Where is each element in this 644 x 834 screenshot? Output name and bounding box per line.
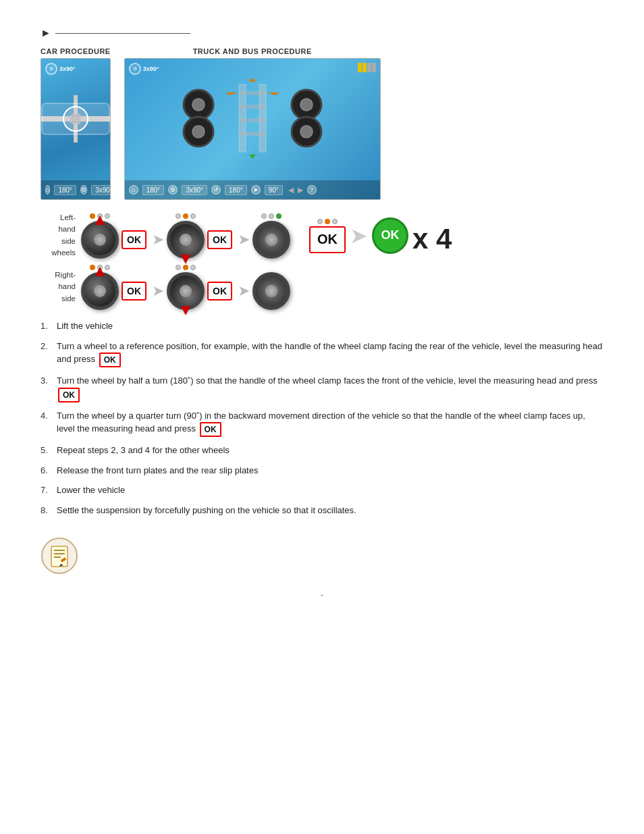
ok-badge-2: OK (207, 230, 232, 249)
instruction-item-1: 1. Lift the vehicle (41, 319, 603, 333)
car-procedure-label: CAR PROCEDURE (41, 47, 111, 55)
rhs-step-arrow-2: ➤ (238, 282, 250, 300)
truck-toolbar-180b-btn[interactable]: 180° (225, 185, 247, 195)
toolbar-home-icon[interactable]: ⌂ (45, 185, 50, 194)
svg-marker-29 (249, 78, 256, 82)
dot-empty-8 (332, 219, 338, 224)
lhs-wheel-1 (81, 221, 119, 259)
truck-toolbar-goto-icon[interactable]: ➤ (251, 185, 261, 194)
dot-green-1 (276, 213, 281, 219)
lhs-wheel-img-3 (252, 221, 290, 259)
li-text-6: Release the front turn plates and the re… (57, 464, 603, 477)
dot-orange-3 (325, 219, 330, 224)
instruction-item-3: 3. Turn the wheel by half a turn (180˚) … (41, 374, 603, 402)
note-icon (41, 537, 78, 575)
lhs-step1 (81, 213, 119, 259)
svg-point-22 (192, 99, 205, 111)
car-screen-indicator: ⚙ 3x90° (45, 63, 76, 75)
svg-point-28 (300, 126, 313, 138)
rhs-wheel-hub-1 (94, 285, 106, 297)
section-divider (55, 33, 190, 34)
truck-toolbar-home-icon[interactable]: ⌂ (129, 185, 138, 194)
li-num-3: 3. (41, 374, 57, 388)
lhs-wheel-2 (167, 221, 205, 259)
arrow-marker: ► (41, 27, 51, 39)
truck-procedure-block: TRUCK AND BUS PROCEDURE ⚙ 3x90° (124, 47, 381, 200)
svg-marker-30 (249, 155, 256, 159)
li-text-4: Turn the wheel by a quarter turn (90˚) i… (57, 409, 603, 438)
li-num-4: 4. (41, 409, 57, 423)
truck-toolbar-3x90-btn[interactable]: 3x90° (182, 185, 207, 195)
rhs-wheel-hub-2 (180, 285, 192, 297)
truck-axle-svg (165, 78, 340, 159)
li-num-1: 1. (41, 319, 57, 333)
dot-orange-1 (90, 213, 95, 219)
instruction-item-8: 8. Settle the suspension by forcefully p… (41, 504, 603, 517)
dot-empty-2 (105, 213, 110, 219)
svg-rect-18 (239, 132, 266, 136)
wheel-hub-1 (94, 234, 106, 246)
rhs-dot-orange-2 (183, 265, 188, 270)
step-arrow-2: ➤ (238, 231, 250, 249)
lhs-step3 (252, 213, 290, 259)
svg-marker-20 (267, 90, 279, 95)
svg-rect-32 (51, 546, 68, 567)
instruction-item-4: 4. Turn the wheel by a quarter turn (90˚… (41, 409, 603, 438)
rhs-ok-badge-1: OK (122, 282, 146, 301)
rhs-wheel-hub-3 (265, 285, 277, 297)
truck-toolbar-reset-icon[interactable]: ↺ (211, 185, 221, 194)
svg-point-26 (300, 99, 313, 111)
ok-badge-1: OK (122, 230, 146, 249)
truck-toolbar-180-btn[interactable]: 180° (142, 185, 165, 195)
truck-toolbar-90-btn[interactable]: 90° (265, 185, 283, 195)
lhs-extra-step: OK (309, 218, 346, 253)
rhs-step2 (167, 264, 205, 310)
instruction-item-7: 7. Lower the vehicle (41, 484, 603, 497)
inline-ok-step4: OK (200, 422, 221, 437)
toolbar-3x90-icon[interactable]: ⚙ (80, 185, 87, 194)
rhs-step3 (252, 264, 290, 310)
rhs-wheel-1 (81, 272, 119, 310)
toolbar-3x90-btn[interactable]: 3x90° (91, 185, 111, 195)
lhs-step3-dots (261, 213, 281, 219)
rhs-dot-empty-3 (176, 265, 181, 270)
lhs-final-area: OK x 4 (372, 216, 452, 255)
truck-toolbar-3x90-icon[interactable]: ⚙ (168, 185, 178, 194)
truck-ind-circle: ⚙ (129, 63, 141, 75)
lhs-extra-dots (317, 218, 338, 225)
rhs-step2-dots (176, 264, 196, 271)
car-screen-toolbar: ⌂ 180° ⚙ 3x90° ↺ 180° ➤ 90° ◀ ▶ ? (41, 180, 110, 199)
truck-ind-text: 3x90° (143, 66, 159, 72)
rhs-label: Right-handside (41, 269, 81, 305)
dot-empty-3 (176, 213, 181, 219)
li-text-7: Lower the vehicle (57, 484, 603, 497)
big-arrow-lhs: ➤ (350, 223, 368, 249)
car-axle-svg (41, 75, 111, 163)
li-text-5: Repeat steps 2, 3 and 4 for the other wh… (57, 444, 603, 457)
battery-bar-1 (358, 63, 362, 72)
battery-bar-3 (367, 63, 371, 72)
toolbar-180-btn[interactable]: 180° (54, 185, 76, 195)
rhs-step-arrow-1: ➤ (152, 282, 164, 300)
steps-diagram-section: Left-handsidewheels OK ➤ (41, 212, 603, 310)
wheel-hub-2 (180, 234, 192, 246)
battery-bar-4 (372, 63, 376, 72)
li-text-2: Turn a wheel to a reference position, fo… (57, 340, 603, 368)
rhs-wheel-img-3 (252, 272, 290, 310)
truck-battery-indicator (358, 63, 376, 72)
step-arrow-1: ➤ (152, 231, 164, 249)
li-text-1: Lift the vehicle (57, 319, 603, 333)
dot-empty-5 (261, 213, 267, 219)
dot-empty-4 (190, 213, 196, 219)
li-num-7: 7. (41, 484, 57, 497)
lhs-step2-dots (176, 213, 196, 219)
svg-rect-16 (239, 105, 266, 109)
truck-procedure-label: TRUCK AND BUS PROCEDURE (193, 47, 312, 55)
truck-toolbar-help-icon[interactable]: ? (307, 185, 317, 194)
rhs-ok-badge-2: OK (207, 282, 232, 301)
truck-screen-toolbar: ⌂ 180° ⚙ 3x90° ↺ 180° ➤ 90° ◀ ▶ ? (125, 180, 380, 199)
wheel-hub-3 (265, 234, 277, 246)
ok-badge-large: OK (309, 226, 346, 253)
lhs-wheel-3 (252, 221, 290, 259)
rhs-wheel-arrow-1 (95, 267, 105, 276)
